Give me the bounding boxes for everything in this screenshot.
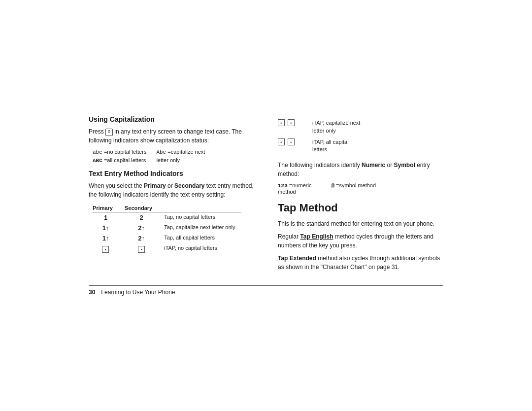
tap-body-2: Regular Tap English method cycles throug… bbox=[278, 232, 443, 250]
cap-left-indicators: abc =no capital letters ABC =all capital… bbox=[93, 149, 146, 164]
table-row: ▪ ▪ iTAP, no capital letters bbox=[93, 243, 241, 254]
abc-desc: =no capital letters bbox=[104, 149, 147, 155]
cell-secondary-3: 2↑ bbox=[125, 233, 164, 243]
table-header: Primary Secondary bbox=[93, 204, 241, 212]
table-row: 1 2 Tap, no capital letters bbox=[93, 212, 241, 223]
cell-primary-3: 1↑ bbox=[93, 233, 125, 243]
cap-indicator-abc: abc =no capital letters bbox=[93, 149, 146, 155]
primary-label: Primary bbox=[144, 182, 166, 189]
cell-primary-4: ▪ bbox=[93, 243, 125, 254]
numeric-body: The following indicators identify Numeri… bbox=[278, 161, 443, 178]
letter-only-text: letter only bbox=[156, 157, 180, 163]
cap-right-indicators: Abc =capitalize next letter only bbox=[156, 149, 205, 164]
tap-english-label: Tap English bbox=[300, 233, 333, 240]
ABC-label: ABC bbox=[93, 158, 102, 164]
footer: 30 Learning to Use Your Phone bbox=[89, 285, 443, 296]
left-column: Using Capitalization Press 0 in any text… bbox=[89, 115, 254, 275]
table-row: 1↑ 2↑ Tap, capitalize next letter only bbox=[93, 223, 241, 233]
itap-icon-c: ▪ bbox=[278, 138, 285, 145]
secondary-label: Secondary bbox=[174, 182, 204, 189]
itap-desc-1: iTAP, capitalize nextletter only bbox=[312, 119, 360, 135]
tap-body-3: Tap Extended method also cycles through … bbox=[278, 254, 443, 272]
col-header-primary: Primary bbox=[93, 204, 125, 212]
itap-icons-section: ▪ ▪ iTAP, capitalize nextletter only ▪ ▪… bbox=[278, 119, 443, 154]
itap-icon-secondary: ▪ bbox=[138, 246, 145, 253]
key-icon: 0 bbox=[105, 129, 113, 136]
numeric-indicator: 123 =numericmethod bbox=[278, 182, 311, 195]
itap-pair-2: ▪ ▪ bbox=[278, 138, 307, 145]
tap-extended-label: Tap Extended bbox=[278, 255, 316, 262]
itap-icon-d: ▪ bbox=[288, 138, 295, 145]
table-row: 1↑ 2↑ Tap, all capital letters bbox=[93, 233, 241, 243]
text-entry-body: When you select the Primary or Secondary… bbox=[89, 181, 254, 199]
itap-icon-a: ▪ bbox=[278, 119, 285, 126]
cell-desc-4: iTAP, no capital letters bbox=[164, 243, 241, 254]
section-title-capitalization: Using Capitalization bbox=[89, 115, 254, 123]
entry-method-table: Primary Secondary 1 2 Tap, no capital le… bbox=[93, 204, 241, 254]
itap-desc-2: iTAP, all capitalletters bbox=[312, 138, 349, 154]
right-column: ▪ ▪ iTAP, capitalize nextletter only ▪ ▪… bbox=[278, 115, 443, 275]
abc-label: abc bbox=[93, 149, 102, 155]
itap-icon-b: ▪ bbox=[288, 119, 295, 126]
footer-page-text: Learning to Use Your Phone bbox=[101, 289, 175, 296]
cap-indicators: abc =no capital letters ABC =all capital… bbox=[93, 149, 254, 164]
Abc-label: Abc bbox=[156, 149, 166, 155]
tap-method-title: Tap Method bbox=[278, 202, 443, 214]
capitalization-body: Press 0 in any text entry screen to chan… bbox=[89, 127, 254, 145]
itap-icon-primary: ▪ bbox=[102, 246, 109, 253]
cap-indicator-letter-only: letter only bbox=[156, 157, 205, 163]
ABC-desc: =all capital letters bbox=[104, 157, 146, 163]
symbol-indicator: @ =symbol method bbox=[331, 182, 376, 195]
cell-primary-1: 1 bbox=[93, 212, 125, 223]
col-header-secondary: Secondary bbox=[125, 204, 164, 212]
cell-primary-2: 1↑ bbox=[93, 223, 125, 233]
cell-secondary-1: 2 bbox=[125, 212, 164, 223]
symbol-word: Symbol bbox=[394, 162, 415, 169]
cell-desc-3: Tap, all capital letters bbox=[164, 233, 241, 243]
Abc-desc: =capitalize next bbox=[167, 149, 205, 155]
cell-secondary-2: 2↑ bbox=[125, 223, 164, 233]
page: Using Capitalization Press 0 in any text… bbox=[79, 96, 453, 315]
cell-desc-1: Tap, no capital letters bbox=[164, 212, 241, 223]
cap-body-press: Press bbox=[89, 128, 105, 135]
symbol-label: @ bbox=[331, 183, 334, 189]
itap-row-2: ▪ ▪ iTAP, all capitalletters bbox=[278, 138, 443, 154]
numeric-word: Numeric bbox=[362, 162, 385, 169]
itap-pair-1: ▪ ▪ bbox=[278, 119, 307, 126]
two-column-layout: Using Capitalization Press 0 in any text… bbox=[89, 115, 443, 275]
entry-method-table-container: Primary Secondary 1 2 Tap, no capital le… bbox=[93, 204, 254, 254]
symbol-desc: =symbol method bbox=[336, 182, 376, 188]
itap-row-1: ▪ ▪ iTAP, capitalize nextletter only bbox=[278, 119, 443, 135]
numeric-indicators: 123 =numericmethod @ =symbol method bbox=[278, 182, 443, 195]
cap-indicator-Abc: Abc =capitalize next bbox=[156, 149, 205, 155]
cell-desc-2: Tap, capitalize next letter only bbox=[164, 223, 241, 233]
col-header-desc bbox=[164, 204, 241, 212]
cell-secondary-4: ▪ bbox=[125, 243, 164, 254]
footer-page-number: 30 bbox=[89, 289, 95, 296]
cap-indicator-ABC: ABC =all capital letters bbox=[93, 157, 146, 164]
section-title-text-entry: Text Entry Method Indicators bbox=[89, 170, 254, 177]
table-body: 1 2 Tap, no capital letters 1↑ 2↑ Tap, c… bbox=[93, 212, 241, 254]
numeric-label: 123 bbox=[278, 183, 288, 189]
tap-body-1: This is the standard method for entering… bbox=[278, 219, 443, 228]
